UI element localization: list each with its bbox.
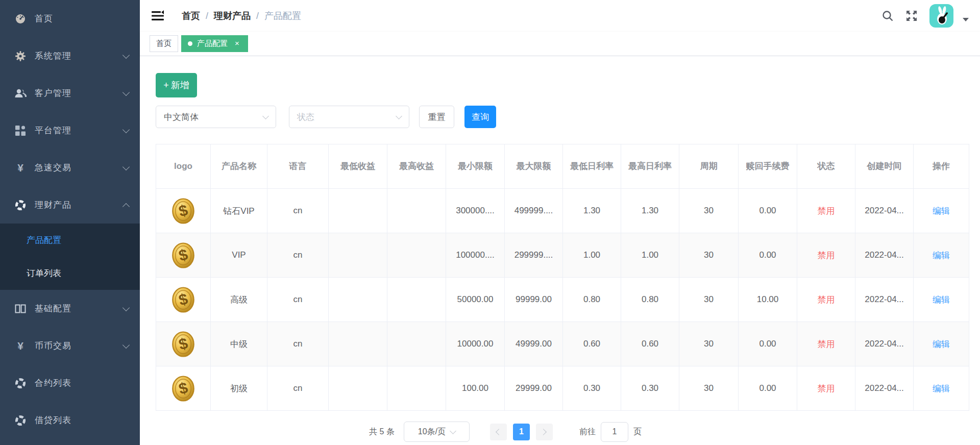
add-button[interactable]: +新增 <box>156 73 197 97</box>
col-max-income: 最高收益 <box>387 144 446 189</box>
breadcrumb-separator: / <box>256 11 259 21</box>
sidebar-item-label: 客户管理 <box>35 87 124 99</box>
sidebar-item-fast-trade[interactable]: ¥ 急速交易 <box>0 149 140 186</box>
next-page-button[interactable] <box>536 424 553 440</box>
col-created: 创建时间 <box>855 144 914 189</box>
coin-logo-icon: $ <box>171 197 195 225</box>
avatar[interactable] <box>929 4 953 28</box>
sidebar-item-home[interactable]: 首页 <box>0 0 140 37</box>
col-redeem-fee: 赎回手续费 <box>739 144 797 189</box>
chevron-right-icon <box>541 429 547 435</box>
navbar: 首页 / 理财产品 / 产品配置 <box>140 0 980 32</box>
language-select[interactable]: 中文简体 <box>156 106 276 128</box>
sidebar-item-customers[interactable]: 客户管理 <box>0 75 140 112</box>
cell-logo: $ <box>156 189 211 233</box>
sidebar: 首页 系统管理 客户管理 平台管理 ¥ 急速交易 <box>0 0 140 445</box>
sidebar-item-label: 系统管理 <box>35 50 124 62</box>
reset-button[interactable]: 重置 <box>419 106 454 128</box>
status-badge: 禁用 <box>797 366 855 411</box>
cell-max-rate: 0.60 <box>621 322 679 366</box>
chevron-up-icon <box>122 203 130 210</box>
col-min-limit: 最小限额 <box>446 144 505 189</box>
cell-language: cn <box>267 278 329 322</box>
aperture-icon <box>14 414 27 427</box>
sidebar-item-label: 基础配置 <box>35 303 124 314</box>
cell-max-limit: 49999.00 <box>505 322 563 366</box>
cell-logo: $ <box>156 233 211 278</box>
breadcrumb-home[interactable]: 首页 <box>182 10 200 22</box>
sidebar-item-finance-products[interactable]: 理财产品 <box>0 186 140 224</box>
cell-language: cn <box>267 189 329 233</box>
app-root: 首页 系统管理 客户管理 平台管理 ¥ 急速交易 <box>0 0 980 445</box>
dashboard-icon <box>14 13 27 25</box>
sidebar-item-label: 借贷列表 <box>35 414 129 426</box>
chevron-down-icon <box>122 51 130 58</box>
cell-created: 2022-04... <box>855 322 914 366</box>
hamburger-icon[interactable] <box>151 10 164 22</box>
table-row: $ 初级 cn 100.00 29999.00 0.30 0.30 30 0.0… <box>156 366 969 411</box>
sidebar-item-basic-config[interactable]: 基础配置 <box>0 290 140 327</box>
breadcrumb-finance-products[interactable]: 理财产品 <box>214 10 251 22</box>
sidebar-item-contract-list[interactable]: 合约列表 <box>0 364 140 402</box>
table-row: $ 钻石VIP cn 300000.... 499999.... 1.30 1.… <box>156 189 969 233</box>
sidebar-item-order-list[interactable]: 订单列表 <box>0 257 140 290</box>
edit-link[interactable]: 编辑 <box>933 339 950 349</box>
goto-label: 前往 <box>579 427 596 437</box>
table-body: $ 钻石VIP cn 300000.... 499999.... 1.30 1.… <box>156 189 969 411</box>
caret-down-icon[interactable] <box>963 18 969 21</box>
cell-min-rate: 1.00 <box>563 233 621 278</box>
status-badge: 禁用 <box>797 233 855 278</box>
plus-icon: + <box>163 80 169 90</box>
grid-icon <box>14 125 27 137</box>
sidebar-submenu: 产品配置 订单列表 <box>0 224 140 290</box>
breadcrumb: 首页 / 理财产品 / 产品配置 <box>182 10 301 22</box>
col-logo: logo <box>156 144 211 189</box>
col-min-income: 最低收益 <box>329 144 387 189</box>
cell-period: 30 <box>679 366 739 411</box>
cell-max-income <box>387 233 446 278</box>
col-status: 状态 <box>797 144 855 189</box>
search-icon[interactable] <box>881 10 894 22</box>
cell-fee: 0.00 <box>739 233 797 278</box>
edit-link[interactable]: 编辑 <box>933 251 950 260</box>
coin-logo-icon: $ <box>171 331 195 358</box>
tags-bar: 首页 产品配置 × <box>140 32 980 56</box>
prev-page-button[interactable] <box>490 424 507 440</box>
cell-period: 30 <box>679 189 739 233</box>
table-row: $ 中级 cn 10000.00 49999.00 0.60 0.60 30 0… <box>156 322 969 366</box>
goto-page-input[interactable] <box>601 422 628 442</box>
cell-logo: $ <box>156 322 211 366</box>
fullscreen-icon[interactable] <box>905 9 918 22</box>
sidebar-item-loan-list[interactable]: 借贷列表 <box>0 402 140 439</box>
sidebar-item-platform[interactable]: 平台管理 <box>0 112 140 149</box>
sidebar-item-product-config[interactable]: 产品配置 <box>0 224 140 257</box>
edit-link[interactable]: 编辑 <box>933 295 950 305</box>
cell-created: 2022-04... <box>855 189 914 233</box>
sidebar-item-label: 急速交易 <box>35 162 124 174</box>
edit-link[interactable]: 编辑 <box>933 384 950 393</box>
tab-product-config[interactable]: 产品配置 × <box>181 35 248 52</box>
col-max-limit: 最大限额 <box>505 144 563 189</box>
tab-label: 产品配置 <box>197 39 228 48</box>
cell-max-income <box>387 278 446 322</box>
sidebar-item-system[interactable]: 系统管理 <box>0 37 140 75</box>
table-row: $ VIP cn 100000.... 299999.... 1.00 1.00… <box>156 233 969 278</box>
search-button[interactable]: 查询 <box>464 106 496 128</box>
cell-actions: 编辑 <box>914 322 969 366</box>
yen-icon: ¥ <box>14 340 27 352</box>
close-icon[interactable]: × <box>233 39 241 48</box>
cell-product-name: 钻石VIP <box>211 189 267 233</box>
cell-min-rate: 0.60 <box>563 322 621 366</box>
table-header-row: logo 产品名称 语言 最低收益 最高收益 最小限额 最大限额 最低日利率 最… <box>156 144 969 189</box>
page-size-select[interactable]: 10条/页 <box>404 422 470 442</box>
aperture-icon <box>14 377 27 389</box>
edit-link[interactable]: 编辑 <box>933 206 950 216</box>
tab-home[interactable]: 首页 <box>150 35 178 52</box>
cell-min-income <box>329 322 387 366</box>
cell-min-limit: 300000.... <box>446 189 505 233</box>
cell-fee: 10.00 <box>739 278 797 322</box>
page-number-1[interactable]: 1 <box>513 424 530 440</box>
status-select[interactable]: 状态 <box>289 106 409 128</box>
sidebar-item-coin-trade[interactable]: ¥ 币币交易 <box>0 327 140 364</box>
cell-actions: 编辑 <box>914 189 969 233</box>
